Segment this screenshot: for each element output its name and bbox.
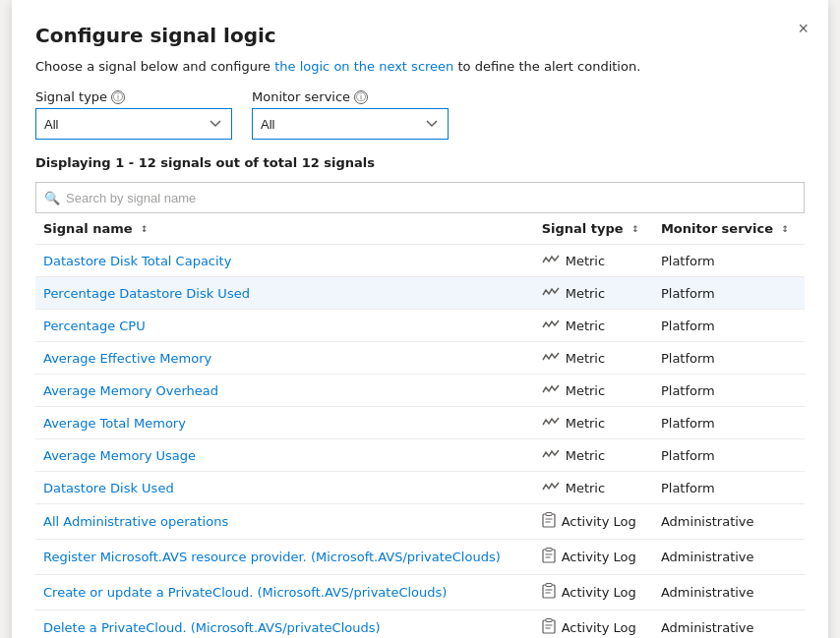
svg-rect-1 bbox=[546, 513, 552, 516]
signal-name-cell: Percentage CPU bbox=[35, 310, 534, 342]
signal-name-sort-icon[interactable]: ↕ bbox=[141, 225, 149, 234]
monitor-service-cell: Administrative bbox=[653, 610, 805, 639]
signal-name-cell: Average Memory Usage bbox=[35, 439, 534, 472]
table-row[interactable]: Average Memory OverheadMetricPlatform bbox=[35, 375, 805, 407]
monitor-service-info-icon[interactable]: ⓘ bbox=[354, 90, 368, 104]
signal-name-cell: All Administrative operations bbox=[35, 504, 534, 540]
monitor-service-cell: Administrative bbox=[653, 540, 805, 575]
dialog-title: Configure signal logic bbox=[35, 24, 805, 47]
signal-name-link[interactable]: Percentage CPU bbox=[43, 319, 146, 333]
signal-name-link[interactable]: Register Microsoft.AVS resource provider… bbox=[43, 550, 501, 564]
metric-icon bbox=[542, 382, 560, 398]
signal-type-cell: Metric bbox=[534, 439, 653, 472]
signal-type-cell: Metric bbox=[534, 277, 653, 310]
signal-type-text: Activity Log bbox=[562, 620, 636, 635]
signal-name-cell: Datastore Disk Used bbox=[35, 472, 534, 504]
signal-type-cell: Metric bbox=[534, 342, 653, 375]
signal-type-cell: Metric bbox=[534, 407, 653, 439]
metric-icon bbox=[542, 253, 560, 268]
signal-name-link[interactable]: Create or update a PrivateCloud. (Micros… bbox=[43, 585, 447, 600]
monitor-service-cell: Platform bbox=[653, 245, 805, 277]
table-row[interactable]: Average Total MemoryMetricPlatform bbox=[35, 407, 805, 439]
table-row[interactable]: Datastore Disk Total CapacityMetricPlatf… bbox=[35, 245, 805, 277]
activity-log-icon bbox=[542, 548, 556, 566]
search-box: 🔍 bbox=[35, 182, 805, 213]
table-row[interactable]: Average Effective MemoryMetricPlatform bbox=[35, 342, 805, 375]
configure-signal-dialog: Configure signal logic × Choose a signal… bbox=[12, 0, 828, 638]
signal-name-cell: Percentage Datastore Disk Used bbox=[35, 277, 534, 310]
signal-type-label: Signal type ⓘ bbox=[35, 89, 232, 104]
signal-name-link[interactable]: Datastore Disk Used bbox=[43, 481, 174, 495]
description-link[interactable]: the logic on the next screen bbox=[274, 59, 453, 74]
metric-icon bbox=[542, 415, 560, 431]
signal-name-link[interactable]: Average Total Memory bbox=[43, 416, 186, 431]
activity-log-icon bbox=[542, 512, 556, 531]
signal-name-cell: Register Microsoft.AVS resource provider… bbox=[35, 540, 534, 575]
monitor-service-cell: Administrative bbox=[653, 575, 805, 610]
signal-type-group: Signal type ⓘ All Metric Activity Log bbox=[35, 89, 232, 140]
close-button[interactable]: × bbox=[798, 20, 809, 37]
signal-name-cell: Average Memory Overhead bbox=[35, 375, 534, 407]
search-input[interactable] bbox=[66, 191, 796, 205]
signal-type-cell: Activity Log bbox=[534, 610, 653, 639]
signals-table: Signal name ↕ Signal type ↕ Monitor serv… bbox=[35, 213, 805, 638]
signal-type-cell: Activity Log bbox=[534, 504, 653, 540]
signal-name-link[interactable]: Delete a PrivateCloud. (Microsoft.AVS/pr… bbox=[43, 620, 381, 635]
monitor-service-sort-icon[interactable]: ↕ bbox=[782, 225, 790, 234]
signal-type-text: Activity Log bbox=[562, 550, 636, 564]
signal-type-text: Metric bbox=[566, 286, 605, 301]
col-signal-name: Signal name ↕ bbox=[35, 213, 534, 245]
signal-name-link[interactable]: Average Memory Overhead bbox=[43, 383, 218, 398]
table-row[interactable]: Average Memory UsageMetricPlatform bbox=[35, 439, 805, 472]
table-row[interactable]: Datastore Disk UsedMetricPlatform bbox=[35, 472, 805, 504]
signal-name-cell: Average Effective Memory bbox=[35, 342, 534, 375]
signal-name-link[interactable]: All Administrative operations bbox=[43, 514, 228, 529]
signal-type-cell: Metric bbox=[534, 310, 653, 342]
signal-type-sort-icon[interactable]: ↕ bbox=[631, 225, 639, 234]
table-row[interactable]: Percentage CPUMetricPlatform bbox=[35, 310, 805, 342]
signal-name-link[interactable]: Datastore Disk Total Capacity bbox=[43, 254, 231, 268]
monitor-service-cell: Platform bbox=[653, 472, 805, 504]
signal-type-text: Metric bbox=[566, 448, 605, 463]
monitor-service-cell: Platform bbox=[653, 439, 805, 472]
signal-type-text: Metric bbox=[566, 481, 605, 495]
metric-icon bbox=[542, 318, 560, 333]
table-header-row: Signal name ↕ Signal type ↕ Monitor serv… bbox=[35, 213, 805, 245]
svg-rect-13 bbox=[546, 619, 552, 622]
monitor-service-select[interactable]: All Platform Administrative bbox=[252, 108, 449, 140]
monitor-service-cell: Platform bbox=[653, 277, 805, 310]
table-row[interactable]: Delete a PrivateCloud. (Microsoft.AVS/pr… bbox=[35, 610, 805, 639]
table-row[interactable]: Create or update a PrivateCloud. (Micros… bbox=[35, 575, 805, 610]
displaying-text: Displaying 1 - 12 signals out of total 1… bbox=[35, 155, 805, 170]
signal-name-cell: Datastore Disk Total Capacity bbox=[35, 245, 534, 277]
svg-rect-9 bbox=[546, 584, 552, 587]
monitor-service-cell: Platform bbox=[653, 407, 805, 439]
signal-type-text: Activity Log bbox=[562, 514, 636, 529]
signal-type-select[interactable]: All Metric Activity Log bbox=[35, 108, 232, 140]
monitor-service-label: Monitor service ⓘ bbox=[252, 89, 449, 104]
signal-type-text: Metric bbox=[566, 254, 605, 268]
monitor-service-cell: Platform bbox=[653, 310, 805, 342]
table-row[interactable]: Register Microsoft.AVS resource provider… bbox=[35, 540, 805, 575]
metric-icon bbox=[542, 447, 560, 463]
signal-name-link[interactable]: Percentage Datastore Disk Used bbox=[43, 286, 250, 301]
signal-type-text: Metric bbox=[566, 416, 605, 431]
monitor-service-cell: Platform bbox=[653, 342, 805, 375]
svg-rect-5 bbox=[546, 549, 552, 551]
table-row[interactable]: Percentage Datastore Disk UsedMetricPlat… bbox=[35, 277, 805, 310]
metric-icon bbox=[542, 285, 560, 301]
signal-type-text: Metric bbox=[566, 351, 605, 366]
signal-type-info-icon[interactable]: ⓘ bbox=[111, 90, 125, 104]
col-monitor-service: Monitor service ↕ bbox=[653, 213, 805, 245]
table-row[interactable]: All Administrative operationsActivity Lo… bbox=[35, 504, 805, 540]
monitor-service-cell: Platform bbox=[653, 375, 805, 407]
metric-icon bbox=[542, 350, 560, 366]
activity-log-icon bbox=[542, 618, 556, 637]
signal-type-text: Activity Log bbox=[562, 585, 636, 600]
signal-name-link[interactable]: Average Memory Usage bbox=[43, 448, 196, 463]
signal-type-cell: Metric bbox=[534, 472, 653, 504]
signal-name-link[interactable]: Average Effective Memory bbox=[43, 351, 211, 366]
dropdowns-row: Signal type ⓘ All Metric Activity Log Mo… bbox=[35, 89, 805, 140]
signal-name-cell: Delete a PrivateCloud. (Microsoft.AVS/pr… bbox=[35, 610, 534, 639]
monitor-service-cell: Administrative bbox=[653, 504, 805, 540]
